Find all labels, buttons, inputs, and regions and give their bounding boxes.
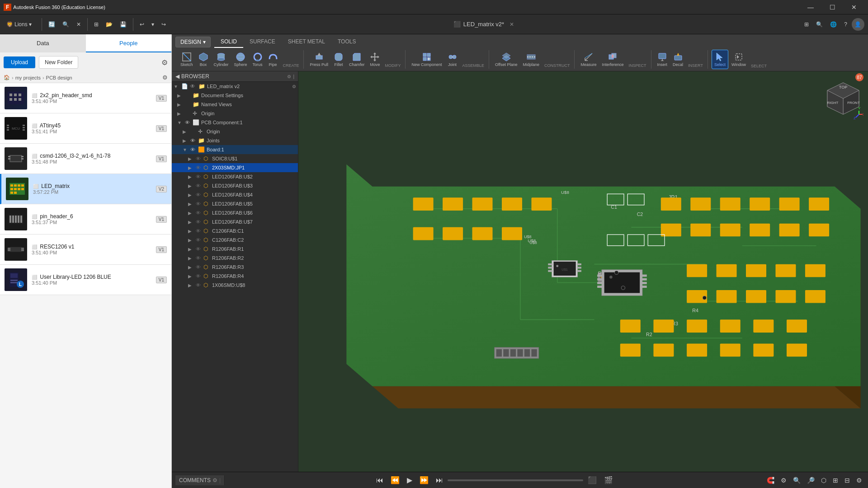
viewport-settings-button[interactable]: ⚙: [854, 476, 864, 485]
fillet-button[interactable]: Fillet: [331, 50, 346, 69]
browser-collapse-button[interactable]: ◀: [175, 73, 179, 80]
timeline-track[interactable]: [448, 479, 583, 481]
tab-people[interactable]: People: [86, 34, 172, 52]
home-icon[interactable]: 🏠: [4, 75, 10, 80]
workspace-close-button[interactable]: ✕: [507, 19, 517, 29]
help-expand-button[interactable]: ⊞: [802, 19, 811, 29]
list-item[interactable]: ⬜ pin_header_6 3:51:37 PM V1: [0, 204, 171, 235]
version-badge[interactable]: V1: [156, 155, 167, 162]
chamfer-button[interactable]: Chamfer: [347, 50, 367, 69]
cancel-button[interactable]: ✕: [74, 19, 84, 29]
new-component-button[interactable]: New Component: [409, 50, 444, 69]
version-badge[interactable]: V1: [156, 277, 167, 283]
maximize-button[interactable]: ☐: [822, 1, 843, 14]
create-torus-button[interactable]: Torus: [250, 50, 265, 69]
version-badge[interactable]: V1: [156, 95, 167, 102]
version-badge[interactable]: V1: [156, 216, 167, 223]
new-folder-button[interactable]: New Folder: [39, 56, 78, 69]
tab-solid[interactable]: SOLID: [214, 36, 243, 48]
list-item[interactable]: ⬜ 2x2_pin_header_smd 3:51:40 PM V1: [0, 83, 171, 113]
play-button[interactable]: ▶: [404, 475, 415, 485]
tree-node-r2[interactable]: ▶ 👁 ⬡ R1206FAB:R2: [172, 253, 298, 263]
interference-button[interactable]: Interference: [599, 50, 626, 69]
view-cube[interactable]: TOP FRONT RIGHT X Y Z: [823, 80, 859, 117]
display-button[interactable]: ⬡: [819, 476, 829, 485]
move-button[interactable]: Move: [368, 50, 382, 69]
tree-node-joints[interactable]: ▶ 👁 📁 Joints: [172, 136, 298, 145]
save-button[interactable]: 💾: [117, 19, 129, 29]
tree-node-r1[interactable]: ▶ 👁 ⬡ R1206FAB:R1: [172, 244, 298, 253]
tree-node-led3[interactable]: ▶ 👁 ⬡ LED1206FAB:U$3: [172, 181, 298, 190]
tree-node-c2[interactable]: ▶ 👁 ⬡ C1206FAB:C2: [172, 235, 298, 244]
create-box-button[interactable]: Box: [196, 50, 211, 69]
notification-badge[interactable]: 87: [855, 73, 863, 81]
comments-panel[interactable]: COMMENTS ⚙ |: [175, 475, 225, 485]
open-button[interactable]: 📂: [103, 19, 115, 29]
tree-node-origin-child[interactable]: ▶ ✛ Origin: [172, 127, 298, 136]
tree-root[interactable]: ▼ 📄 👁 📁 LED_matrix v2 ⚙: [172, 82, 298, 91]
midplane-button[interactable]: Midplane: [520, 50, 542, 69]
redo-button[interactable]: ↪: [159, 19, 169, 29]
joint-button[interactable]: Joint: [445, 50, 460, 69]
zoom-button[interactable]: 🔎: [805, 476, 817, 485]
tree-node-1x06smd[interactable]: ▶ 👁 ⬡ 1X06SMD:U$8: [172, 281, 298, 290]
display-settings-button[interactable]: ⊟: [842, 476, 852, 485]
upload-button[interactable]: Upload: [4, 56, 35, 68]
play-next-button[interactable]: ⏩: [417, 475, 431, 485]
tree-node-r4[interactable]: ▶ 👁 ⬡ R1206FAB:R4: [172, 272, 298, 281]
user-avatar[interactable]: 👤: [852, 18, 864, 31]
inspect-button[interactable]: 🔍: [791, 476, 803, 485]
tree-node-board[interactable]: ▼ 👁 🟧 Board:1: [172, 145, 298, 154]
tree-node-led5[interactable]: ▶ 👁 ⬡ LED1206FAB:U$5: [172, 199, 298, 208]
breadcrumb-my-projects[interactable]: my projects: [15, 75, 41, 80]
offset-plane-button[interactable]: Offset Plane: [493, 50, 519, 69]
create-cylinder-button[interactable]: Cylinder: [212, 50, 231, 69]
tree-node-pcb-component[interactable]: ▼ 👁 ⬜ PCB Component:1: [172, 118, 298, 127]
list-item[interactable]: L ⬜ User Library-LED 1206 BLUE 3:51:40 P…: [0, 265, 171, 295]
create-sphere-button[interactable]: Sphere: [232, 50, 250, 69]
tree-node-led4[interactable]: ▶ 👁 ⬡ LED1206FAB:U$4: [172, 190, 298, 199]
tree-node-c1[interactable]: ▶ 👁 ⬡ C1206FAB:C1: [172, 226, 298, 235]
snap-button[interactable]: 🧲: [764, 476, 777, 485]
team-dropdown[interactable]: 🦁 Lions ▾: [4, 19, 34, 29]
viewport[interactable]: U$1: [298, 71, 868, 472]
joint-button[interactable]: ⚙: [778, 476, 789, 485]
search-global-button[interactable]: 🔍: [813, 19, 826, 29]
minimize-button[interactable]: —: [800, 1, 821, 14]
record-button[interactable]: ⬛: [585, 475, 599, 485]
tree-node-origin[interactable]: ▶ ✛ Origin: [172, 109, 298, 118]
create-pipe-button[interactable]: Pipe: [266, 50, 280, 69]
close-button[interactable]: ✕: [844, 1, 864, 14]
list-item[interactable]: ⬜ csmd-1206_l3-2_w1-6_h1-78 3:51:48 PM V…: [0, 144, 171, 174]
timeline-settings-button[interactable]: 🎬: [601, 475, 616, 485]
undo-dropdown[interactable]: ▾: [149, 19, 157, 29]
tree-node-named-views[interactable]: ▶ 📁 Named Views: [172, 100, 298, 109]
play-end-button[interactable]: ⏭: [433, 475, 446, 485]
tab-tools[interactable]: TOOLS: [331, 36, 362, 48]
list-item[interactable]: ⬜ RESC1206 v1 3:51:40 PM V1: [0, 235, 171, 265]
tree-node-led6[interactable]: ▶ 👁 ⬡ LED1206FAB:U$6: [172, 208, 298, 217]
help-button[interactable]: ?: [841, 19, 850, 29]
select-button[interactable]: Select: [712, 50, 728, 69]
tree-node-led2[interactable]: ▶ 👁 ⬡ LED1206FAB:U$2: [172, 172, 298, 181]
list-item[interactable]: ⬜ LED_matrix 3:57:22 PM V2: [0, 174, 171, 204]
network-button[interactable]: 🌐: [827, 19, 840, 29]
refresh-button[interactable]: 🔄: [46, 19, 58, 29]
version-badge[interactable]: V1: [156, 246, 167, 253]
breadcrumb-pcb-design[interactable]: PCB design: [46, 75, 72, 80]
grid-view-button[interactable]: ⊞: [91, 19, 101, 29]
press-pull-button[interactable]: Press Pull: [307, 50, 330, 69]
tree-node-soic8[interactable]: ▶ 👁 ⬡ SOIC8:U$1: [172, 154, 298, 163]
search-button[interactable]: 🔍: [60, 19, 72, 29]
select-through-button[interactable]: Window: [729, 50, 748, 69]
undo-button[interactable]: ↩: [137, 19, 147, 29]
tab-surface[interactable]: SURFACE: [243, 36, 282, 48]
project-settings-button[interactable]: ⚙: [162, 74, 168, 81]
create-sketch-button[interactable]: Sketch: [178, 50, 195, 69]
tree-node-2x03smd[interactable]: ▶ 👁 ⬡ 2X03SMD:JP1: [172, 163, 298, 172]
tree-node-r3[interactable]: ▶ 👁 ⬡ R1206FAB:R3: [172, 263, 298, 272]
version-badge[interactable]: V2: [156, 186, 167, 192]
play-start-button[interactable]: ⏮: [373, 475, 386, 485]
grid-display-button[interactable]: ⊞: [830, 476, 840, 485]
list-item[interactable]: MCU ⬜ ATtiny45 3:51:41 PM V1: [0, 113, 171, 144]
